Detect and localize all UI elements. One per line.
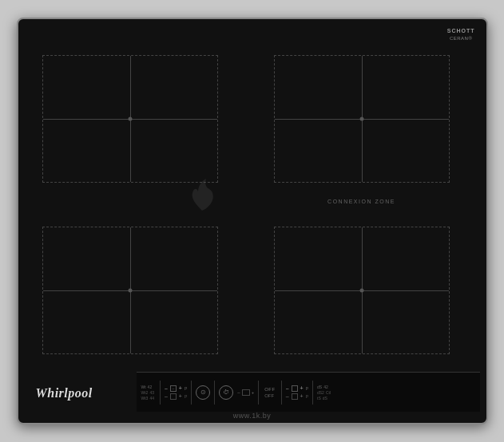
burner-bottom-left bbox=[42, 227, 218, 354]
burner-bottom-right bbox=[274, 227, 450, 354]
control-group-right-labels: dS 42 dS2 Ctl tS dS bbox=[317, 385, 331, 401]
p-label-1[interactable]: P bbox=[185, 386, 187, 391]
timer-plus[interactable]: + bbox=[252, 390, 255, 395]
separator-6 bbox=[312, 381, 313, 405]
plus-btn-1[interactable]: + bbox=[179, 385, 182, 391]
connexion-zone-label: CONNEXION ZONE bbox=[274, 199, 450, 204]
timer-minus[interactable]: – bbox=[237, 390, 240, 395]
display-r1 bbox=[292, 385, 298, 392]
display-2 bbox=[170, 393, 177, 400]
timer-controls: – + bbox=[237, 389, 254, 396]
lock-button[interactable]: ⊙ bbox=[196, 385, 210, 400]
off-group: OFF OFF bbox=[264, 387, 276, 398]
brand-logo: Whirlpool bbox=[36, 386, 93, 401]
plus-btn-2[interactable]: + bbox=[179, 393, 182, 399]
minus-btn-1[interactable]: – bbox=[165, 385, 168, 391]
burner-top-right bbox=[274, 55, 450, 183]
ctrl-label-1: Wt bbox=[141, 385, 146, 389]
display-1: – bbox=[170, 385, 177, 392]
control-group-right: – + P – + P bbox=[286, 385, 308, 400]
induction-icon bbox=[170, 171, 234, 219]
off-label-1[interactable]: OFF bbox=[264, 387, 276, 392]
p-label-r1[interactable]: P bbox=[306, 386, 308, 391]
plus-btn-r1[interactable]: + bbox=[300, 385, 304, 391]
separator-5 bbox=[281, 381, 282, 405]
timer-button[interactable]: ⏱ bbox=[219, 385, 233, 400]
watermark: www.1k.by bbox=[233, 412, 272, 420]
minus-btn-r1[interactable]: – bbox=[286, 385, 289, 391]
display-r2 bbox=[292, 393, 298, 400]
control-group-1: Wt 42 Wt2 43 Wt3 44 bbox=[141, 385, 154, 401]
control-panel: Wt 42 Wt2 43 Wt3 44 – – + P bbox=[137, 372, 480, 412]
cooktop-body: SCHOTT CERAN® CONNEXION ZONE Whirl bbox=[17, 18, 488, 424]
separator-3 bbox=[214, 381, 215, 405]
control-group-2: – – + P – + P bbox=[165, 385, 187, 400]
separator-1 bbox=[160, 381, 161, 405]
timer-display bbox=[242, 389, 250, 396]
separator-4 bbox=[258, 381, 259, 405]
separator-2 bbox=[191, 381, 192, 405]
schott-ceran-logo: SCHOTT CERAN® bbox=[447, 27, 475, 41]
plus-btn-r2[interactable]: + bbox=[300, 393, 304, 399]
minus-btn-2[interactable]: – bbox=[165, 393, 168, 399]
ctrl-label-2: 42 bbox=[148, 385, 153, 389]
burner-top-left bbox=[42, 55, 218, 183]
off-label-2[interactable]: OFF bbox=[264, 393, 276, 398]
minus-btn-r2[interactable]: – bbox=[286, 393, 289, 399]
